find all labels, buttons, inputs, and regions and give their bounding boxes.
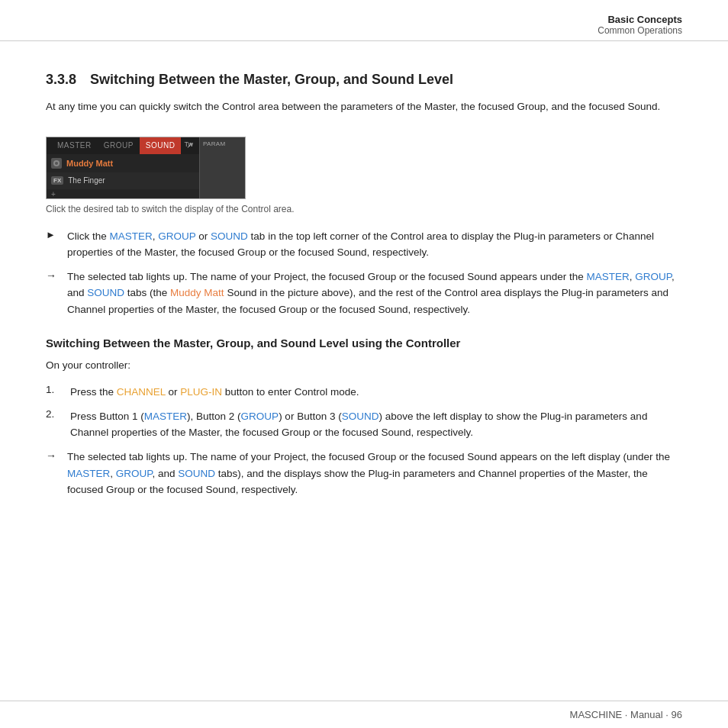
screenshot-container: MASTER GROUP SOUND ↗ Tw Muddy Matt [46,137,246,199]
section-heading: 3.3.8 Switching Between the Master, Grou… [46,72,682,88]
bullet-item-1: ► Click the MASTER, GROUP or SOUND tab i… [46,228,682,261]
header-right: Basic Concepts Common Operations [598,14,682,36]
scr-tab-sound[interactable]: SOUND [140,137,182,154]
header-title: Basic Concepts [598,14,682,25]
bullet-text-2: The selected tab lights up. The name of … [67,269,682,318]
numbered-item-2: 2. Press Button 1 (MASTER), Button 2 (GR… [46,408,682,441]
scr-tab-group[interactable]: GROUP [98,137,140,154]
inline-master-4: MASTER [67,468,110,479]
scr-tab-master[interactable]: MASTER [51,137,98,154]
inline-master-3: MASTER [144,411,187,422]
inline-master-1: MASTER [110,230,153,242]
subsection-heading: Switching Between the Master, Group, and… [46,337,682,350]
scr-right-area: PARAM [199,137,245,198]
inline-group-1: GROUP [158,230,195,242]
screenshot-inner: MASTER GROUP SOUND ↗ Tw Muddy Matt [47,137,245,198]
step-text-2: Press Button 1 (MASTER), Button 2 (GROUP… [70,408,682,441]
bullet-text-1: Click the MASTER, GROUP or SOUND tab in … [67,228,682,261]
bullet-arrow-3: → [46,449,58,498]
inline-plugin: PLUG-IN [180,386,222,398]
footer-text: MASCHINE · Manual · 96 [570,709,682,720]
svg-point-1 [55,162,58,165]
scr-fx-name: The Finger [68,176,105,185]
page-footer: MASCHINE · Manual · 96 [0,701,728,728]
scr-fx-badge: FX [51,176,63,185]
step-num-1: 1. [46,384,61,401]
inline-sound-2: SOUND [87,287,124,298]
inline-sound-1: SOUND [211,230,248,242]
inline-sound-4: SOUND [178,468,215,479]
scr-tw-label: Tw [184,140,193,148]
section-title: Switching Between the Master, Group, and… [90,72,453,88]
inline-master-2: MASTER [586,271,629,282]
on-controller-text: On your controller: [46,357,682,374]
screenshot-caption: Click the desired tab to switch the disp… [46,204,682,214]
scr-sound-name: Muddy Matt [66,159,113,168]
page-container: Basic Concepts Common Operations 3.3.8 S… [0,0,728,728]
intro-text: At any time you can quickly switch the C… [46,98,682,115]
inline-group-2: GROUP [635,271,672,282]
inline-group-4: GROUP [116,468,153,479]
scr-sound-icon [51,158,62,169]
bullet-text-3: The selected tab lights up. The name of … [67,449,682,498]
step-text-1: Press the CHANNEL or PLUG-IN button to e… [70,384,359,401]
step-num-2: 2. [46,408,61,441]
page-header: Basic Concepts Common Operations [0,0,728,41]
numbered-item-1: 1. Press the CHANNEL or PLUG-IN button t… [46,384,682,401]
scr-right-label: PARAM [200,137,245,150]
main-content: 3.3.8 Switching Between the Master, Grou… [0,41,728,552]
inline-group-3: GROUP [241,411,279,422]
bullet-arrow-2: → [46,269,58,318]
bullet-item-3: → The selected tab lights up. The name o… [46,449,682,498]
header-subtitle: Common Operations [598,25,682,36]
bullet-item-2: → The selected tab lights up. The name o… [46,269,682,318]
section-number: 3.3.8 [46,72,76,88]
inline-channel: CHANNEL [117,386,166,398]
inline-sound-3: SOUND [342,411,379,422]
inline-muddymatt: Muddy Matt [170,287,224,298]
bullet-arrow-1: ► [46,229,58,261]
